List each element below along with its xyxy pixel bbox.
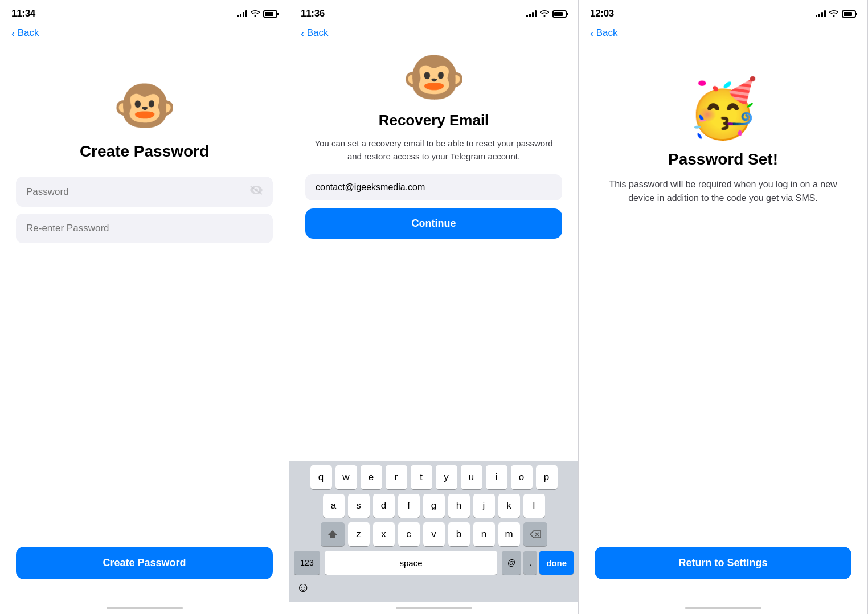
recovery-email-title: Recovery Email [379, 112, 489, 129]
keyboard-row-1: q w e r t y u i o p [292, 465, 576, 489]
status-bar-2: 11:36 [289, 0, 578, 25]
status-time-2: 11:36 [301, 8, 325, 19]
password-input-wrapper[interactable] [16, 177, 273, 207]
key-e[interactable]: e [361, 465, 382, 489]
period-key[interactable]: . [523, 551, 537, 575]
back-label-2: Back [307, 27, 329, 39]
screen2-content: 🐵 Recovery Email You can set a recovery … [289, 46, 578, 461]
create-password-title: Create Password [80, 142, 209, 161]
keyboard-row-bottom: 123 space @ . done [292, 551, 576, 575]
numbers-key[interactable]: 123 [294, 551, 320, 575]
emoji-key[interactable]: ☺ [296, 579, 310, 595]
keyboard-row-3: z x c v b n m [292, 522, 576, 546]
key-p[interactable]: p [536, 465, 558, 489]
screen-create-password: 11:34 ‹ Back [0, 0, 289, 614]
done-key[interactable]: done [539, 551, 574, 575]
password-input[interactable] [26, 186, 250, 198]
continue-button[interactable]: Continue [305, 208, 562, 239]
password-set-title: Password Set! [668, 150, 778, 169]
key-n[interactable]: n [473, 522, 495, 546]
signal-icon-3 [816, 10, 826, 17]
key-s[interactable]: s [348, 494, 370, 518]
password-set-desc: This password will be required when you … [595, 178, 851, 205]
keyboard: q w e r t y u i o p a s d f g h j k l [289, 461, 578, 602]
battery-icon-2 [552, 10, 567, 18]
nav-bar-2: ‹ Back [289, 25, 578, 46]
delete-key[interactable] [523, 522, 547, 546]
key-m[interactable]: m [498, 522, 520, 546]
status-bar-1: 11:34 [0, 0, 289, 25]
keyboard-emoji-row: ☺ [292, 577, 576, 600]
nav-bar-3: ‹ Back [579, 25, 867, 46]
battery-icon-1 [263, 10, 277, 18]
key-d[interactable]: d [373, 494, 395, 518]
key-o[interactable]: o [511, 465, 533, 489]
back-label-3: Back [596, 27, 618, 39]
wifi-icon-2 [540, 10, 549, 18]
key-k[interactable]: k [498, 494, 520, 518]
back-button-1[interactable]: ‹ Back [11, 27, 39, 39]
reenter-password-input[interactable] [26, 223, 263, 234]
key-c[interactable]: c [398, 522, 420, 546]
wifi-icon-3 [829, 10, 838, 18]
key-q[interactable]: q [310, 465, 332, 489]
screen-password-set: 12:03 ‹ Back [579, 0, 868, 614]
key-t[interactable]: t [411, 465, 432, 489]
key-z[interactable]: z [348, 522, 370, 546]
back-label-1: Back [18, 27, 39, 39]
key-j[interactable]: j [473, 494, 495, 518]
key-f[interactable]: f [398, 494, 420, 518]
back-chevron-icon-3: ‹ [590, 27, 594, 39]
email-input[interactable] [305, 174, 562, 200]
key-g[interactable]: g [423, 494, 445, 518]
status-icons-2 [526, 10, 567, 18]
key-v[interactable]: v [423, 522, 445, 546]
key-x[interactable]: x [373, 522, 395, 546]
create-password-button[interactable]: Create Password [16, 547, 273, 579]
key-y[interactable]: y [436, 465, 457, 489]
return-to-settings-button[interactable]: Return to Settings [595, 547, 851, 579]
at-key[interactable]: @ [502, 551, 521, 575]
wifi-icon-1 [251, 10, 260, 18]
status-icons-1 [237, 10, 277, 18]
eye-icon[interactable] [250, 186, 263, 198]
key-l[interactable]: l [523, 494, 545, 518]
recovery-email-desc: You can set a recovery email to be able … [305, 137, 562, 163]
screen-recovery-email: 11:36 ‹ Back [289, 0, 579, 614]
key-u[interactable]: u [461, 465, 482, 489]
key-b[interactable]: b [448, 522, 470, 546]
monkey-emoji-2: 🐵 [402, 51, 466, 103]
key-i[interactable]: i [486, 465, 507, 489]
key-r[interactable]: r [386, 465, 407, 489]
home-indicator-3 [685, 607, 761, 609]
keyboard-row-2: a s d f g h j k l [292, 494, 576, 518]
monkey-emoji-1: 🐵 [113, 80, 177, 131]
screen3-content: 🥳 Password Set! This password will be re… [579, 46, 867, 602]
reenter-password-input-wrapper[interactable] [16, 214, 273, 243]
back-chevron-icon-2: ‹ [301, 27, 305, 39]
back-button-2[interactable]: ‹ Back [301, 27, 328, 39]
home-indicator-1 [107, 607, 183, 609]
party-emoji: 🥳 [687, 80, 759, 137]
screen1-content: 🐵 Create Password Create Password [0, 46, 289, 602]
shift-key[interactable] [321, 522, 345, 546]
signal-icon-2 [526, 10, 537, 17]
status-icons-3 [816, 10, 856, 18]
battery-icon-3 [842, 10, 856, 18]
status-time-3: 12:03 [590, 8, 614, 19]
nav-bar-1: ‹ Back [0, 25, 289, 46]
signal-icon-1 [237, 10, 247, 17]
spacebar-key[interactable]: space [325, 551, 497, 575]
home-indicator-2 [396, 607, 472, 609]
status-time-1: 11:34 [11, 8, 35, 19]
back-button-3[interactable]: ‹ Back [590, 27, 617, 39]
key-a[interactable]: a [323, 494, 345, 518]
key-h[interactable]: h [448, 494, 470, 518]
key-w[interactable]: w [335, 465, 357, 489]
back-chevron-icon-1: ‹ [11, 27, 15, 39]
status-bar-3: 12:03 [579, 0, 867, 25]
